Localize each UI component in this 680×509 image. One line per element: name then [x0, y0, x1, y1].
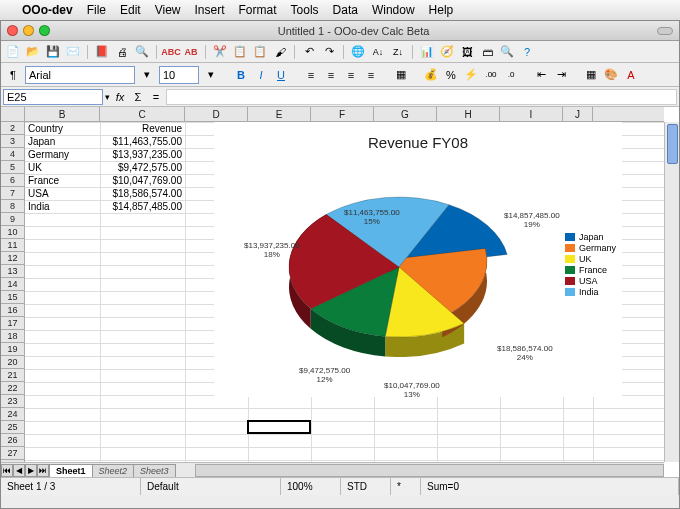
row-header-18[interactable]: 18: [1, 330, 24, 343]
row-header-16[interactable]: 16: [1, 304, 24, 317]
remove-decimal-icon[interactable]: .0: [503, 67, 519, 83]
sheet-tab-2[interactable]: Sheet2: [92, 464, 135, 477]
tab-prev-icon[interactable]: ◀: [13, 464, 25, 477]
minimize-button[interactable]: [23, 25, 34, 36]
row-header-22[interactable]: 22: [1, 382, 24, 395]
row-header-2[interactable]: 2: [1, 122, 24, 135]
print-preview-icon[interactable]: 🔍: [134, 44, 150, 60]
spellcheck-icon[interactable]: ABC: [163, 44, 179, 60]
row-header-11[interactable]: 11: [1, 239, 24, 252]
cut-icon[interactable]: ✂️: [212, 44, 228, 60]
menu-window[interactable]: Window: [372, 3, 415, 17]
row-header-3[interactable]: 3: [1, 135, 24, 148]
title-bar[interactable]: Untitled 1 - OOo-dev Calc Beta: [1, 21, 679, 41]
col-header-J[interactable]: J: [563, 107, 593, 121]
help-icon[interactable]: ?: [519, 44, 535, 60]
copy-icon[interactable]: 📋: [232, 44, 248, 60]
row-header-23[interactable]: 23: [1, 395, 24, 408]
name-box[interactable]: [3, 89, 103, 105]
sheet-tab-1[interactable]: Sheet1: [49, 464, 93, 477]
merge-cells-icon[interactable]: ▦: [393, 67, 409, 83]
formula-input[interactable]: [166, 89, 677, 105]
print-icon[interactable]: 🖨: [114, 44, 130, 60]
percent-icon[interactable]: %: [443, 67, 459, 83]
toolbar-toggle-button[interactable]: [657, 27, 673, 35]
close-button[interactable]: [7, 25, 18, 36]
cell[interactable]: $14,857,485.00: [100, 200, 185, 213]
new-doc-icon[interactable]: 📄: [5, 44, 21, 60]
row-header-25[interactable]: 25: [1, 421, 24, 434]
standard-format-icon[interactable]: ⚡: [463, 67, 479, 83]
italic-button[interactable]: I: [253, 67, 269, 83]
row-header-20[interactable]: 20: [1, 356, 24, 369]
select-all-corner[interactable]: [1, 107, 25, 122]
row-header-5[interactable]: 5: [1, 161, 24, 174]
cell[interactable]: Country: [25, 122, 100, 135]
size-dropdown-icon[interactable]: ▾: [203, 67, 219, 83]
row-header-9[interactable]: 9: [1, 213, 24, 226]
paste-icon[interactable]: 📋: [252, 44, 268, 60]
zoom-button[interactable]: [39, 25, 50, 36]
add-decimal-icon[interactable]: .00: [483, 67, 499, 83]
tab-last-icon[interactable]: ⏭: [37, 464, 49, 477]
menu-data[interactable]: Data: [333, 3, 358, 17]
status-mode[interactable]: STD: [341, 478, 391, 495]
row-headers[interactable]: 2345678910111213141516171819202122232425…: [1, 122, 25, 462]
row-header-10[interactable]: 10: [1, 226, 24, 239]
align-center-icon[interactable]: ≡: [323, 67, 339, 83]
zoom-icon[interactable]: 🔍: [499, 44, 515, 60]
bgcolor-icon[interactable]: 🎨: [603, 67, 619, 83]
row-header-14[interactable]: 14: [1, 278, 24, 291]
col-header-B[interactable]: B: [25, 107, 100, 121]
sheet-tab-3[interactable]: Sheet3: [133, 464, 176, 477]
col-header-C[interactable]: C: [100, 107, 185, 121]
row-header-27[interactable]: 27: [1, 447, 24, 460]
decrease-indent-icon[interactable]: ⇤: [533, 67, 549, 83]
tab-next-icon[interactable]: ▶: [25, 464, 37, 477]
hyperlink-icon[interactable]: 🌐: [350, 44, 366, 60]
menu-edit[interactable]: Edit: [120, 3, 141, 17]
format-paintbrush-icon[interactable]: 🖌: [272, 44, 288, 60]
navigator-icon[interactable]: 🧭: [439, 44, 455, 60]
cell[interactable]: $9,472,575.00: [100, 161, 185, 174]
status-zoom[interactable]: 100%: [281, 478, 341, 495]
horizontal-scrollbar[interactable]: [195, 464, 664, 477]
row-header-26[interactable]: 26: [1, 434, 24, 447]
chart-object[interactable]: Revenue FY08 JapanGermanyUKFranceUSAIndi…: [214, 122, 622, 397]
row-header-12[interactable]: 12: [1, 252, 24, 265]
column-headers[interactable]: BCDEFGHIJ: [25, 107, 664, 122]
redo-icon[interactable]: ↷: [321, 44, 337, 60]
menu-help[interactable]: Help: [429, 3, 454, 17]
cell[interactable]: USA: [25, 187, 100, 200]
cell[interactable]: $11,463,755.00: [100, 135, 185, 148]
row-header-8[interactable]: 8: [1, 200, 24, 213]
row-header-19[interactable]: 19: [1, 343, 24, 356]
menu-view[interactable]: View: [155, 3, 181, 17]
row-header-13[interactable]: 13: [1, 265, 24, 278]
export-pdf-icon[interactable]: 📕: [94, 44, 110, 60]
row-header-17[interactable]: 17: [1, 317, 24, 330]
sort-asc-icon[interactable]: A↓: [370, 44, 386, 60]
save-icon[interactable]: 💾: [45, 44, 61, 60]
col-header-E[interactable]: E: [248, 107, 311, 121]
align-right-icon[interactable]: ≡: [343, 67, 359, 83]
menu-tools[interactable]: Tools: [291, 3, 319, 17]
row-header-24[interactable]: 24: [1, 408, 24, 421]
gallery-icon[interactable]: 🖼: [459, 44, 475, 60]
borders-icon[interactable]: ▦: [583, 67, 599, 83]
font-size-input[interactable]: [159, 66, 199, 84]
function-icon[interactable]: =: [148, 89, 164, 105]
row-header-6[interactable]: 6: [1, 174, 24, 187]
fontcolor-icon[interactable]: A: [623, 67, 639, 83]
font-name-input[interactable]: [25, 66, 135, 84]
cell[interactable]: $18,586,574.00: [100, 187, 185, 200]
bold-button[interactable]: B: [233, 67, 249, 83]
menu-insert[interactable]: Insert: [195, 3, 225, 17]
function-wizard-icon[interactable]: fx: [112, 89, 128, 105]
namebox-dropdown-icon[interactable]: ▾: [105, 92, 110, 102]
underline-button[interactable]: U: [273, 67, 289, 83]
menu-file[interactable]: File: [87, 3, 106, 17]
cell[interactable]: France: [25, 174, 100, 187]
cell[interactable]: Germany: [25, 148, 100, 161]
autocheck-icon[interactable]: AB: [183, 44, 199, 60]
